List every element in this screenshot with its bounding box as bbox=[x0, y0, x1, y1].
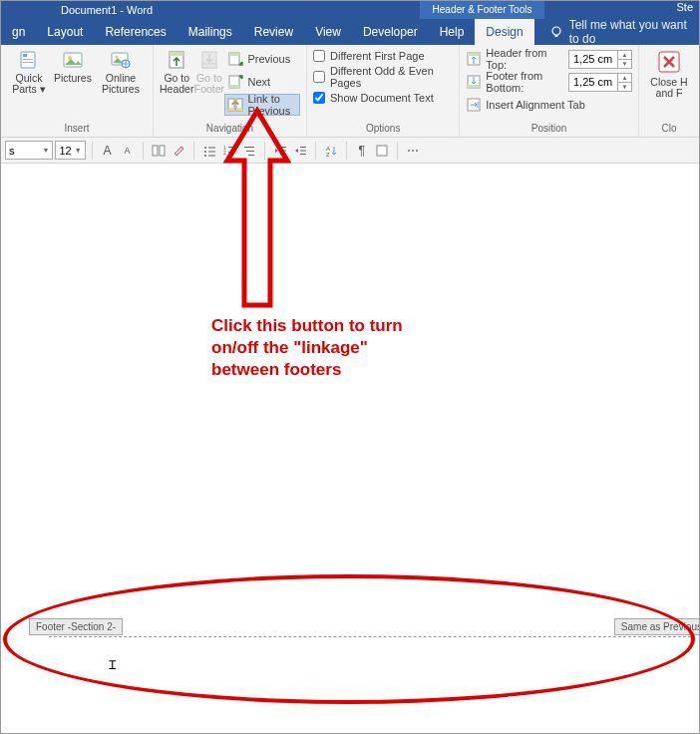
different-first-page-label: Different First Page bbox=[330, 50, 425, 62]
font-select[interactable]: s▼ bbox=[5, 141, 53, 160]
header-from-top-row: Header from Top: ▲▼ bbox=[466, 48, 632, 70]
tell-me[interactable]: Tell me what you want to do bbox=[549, 18, 699, 46]
close-l2: and F bbox=[656, 88, 683, 99]
header-top-icon bbox=[466, 51, 482, 67]
insert-obj-icon[interactable] bbox=[373, 142, 391, 160]
next-button[interactable]: Next bbox=[224, 71, 300, 93]
previous-button[interactable]: Previous bbox=[224, 48, 300, 70]
link-icon bbox=[227, 97, 243, 113]
svg-point-9 bbox=[116, 56, 119, 59]
close-x-icon bbox=[657, 50, 681, 74]
inc-indent-icon[interactable] bbox=[291, 142, 309, 160]
tab-mailings[interactable]: Mailings bbox=[177, 19, 243, 45]
svg-rect-43 bbox=[246, 151, 254, 152]
tab-layout[interactable]: Layout bbox=[36, 19, 94, 45]
spin-up-icon[interactable]: ▲ bbox=[618, 51, 631, 60]
account-name[interactable]: Ste bbox=[676, 1, 693, 13]
previous-label: Previous bbox=[247, 53, 290, 65]
styles-icon[interactable] bbox=[150, 142, 168, 160]
more-icon[interactable]: ⋯ bbox=[404, 142, 422, 160]
svg-rect-26 bbox=[468, 85, 480, 88]
different-first-page-input[interactable] bbox=[313, 50, 325, 62]
show-document-text-checkbox[interactable]: Show Document Text bbox=[313, 92, 453, 104]
svg-rect-31 bbox=[160, 146, 165, 156]
svg-rect-41 bbox=[228, 152, 235, 153]
goto-header-label: Go to Header bbox=[160, 73, 193, 95]
svg-rect-42 bbox=[244, 147, 254, 148]
svg-rect-12 bbox=[170, 52, 183, 56]
svg-rect-48 bbox=[300, 147, 306, 148]
paragraph-icon[interactable]: ¶ bbox=[353, 142, 371, 160]
online-pictures-button[interactable]: Online Pictures bbox=[95, 48, 147, 95]
insert-alignment-tab-button[interactable]: Insert Alignment Tab bbox=[466, 94, 632, 116]
grow-font-icon[interactable]: A bbox=[99, 142, 117, 160]
titlebar: Document1 - Word Header & Footer Tools S… bbox=[1, 1, 699, 19]
previous-icon bbox=[227, 51, 243, 67]
mini-toolbar: s▼ 12▼ A A 12 AZ ¶ ⋯ bbox=[1, 138, 699, 164]
spin-down-icon[interactable]: ▼ bbox=[618, 60, 631, 68]
footer-from-bottom-input[interactable] bbox=[569, 74, 617, 91]
tab-references[interactable]: References bbox=[94, 19, 176, 45]
tab-review[interactable]: Review bbox=[243, 19, 304, 45]
svg-rect-44 bbox=[248, 155, 254, 156]
svg-rect-21 bbox=[228, 108, 234, 111]
svg-rect-47 bbox=[280, 154, 286, 155]
numbering-icon[interactable]: 12 bbox=[220, 142, 238, 160]
shrink-font-icon[interactable]: A bbox=[119, 142, 137, 160]
dec-indent-icon[interactable] bbox=[271, 142, 289, 160]
pictures-button[interactable]: Pictures bbox=[51, 48, 95, 84]
group-options-label: Options bbox=[313, 123, 453, 138]
next-icon bbox=[227, 74, 243, 90]
goto-header-button[interactable]: Go to Header bbox=[160, 48, 193, 95]
ribbon: Quick Parts ▾ Pictures Online Pictures I… bbox=[1, 45, 699, 138]
online-pictures-icon bbox=[111, 50, 131, 70]
svg-rect-24 bbox=[468, 53, 480, 56]
close-header-footer-button[interactable]: Close H and F bbox=[645, 48, 693, 99]
svg-point-34 bbox=[204, 151, 206, 153]
bullets-icon[interactable] bbox=[200, 142, 218, 160]
different-odd-even-label: Different Odd & Even Pages bbox=[330, 65, 453, 89]
annot-l1: Click this button to turn bbox=[211, 315, 403, 337]
spin-up-icon[interactable]: ▲ bbox=[618, 74, 631, 83]
contextual-tab-label: Header & Footer Tools bbox=[420, 1, 544, 19]
link-to-previous-button[interactable]: Link to Previous bbox=[224, 94, 300, 116]
footer-from-bottom-spinner[interactable]: ▲▼ bbox=[568, 73, 632, 92]
different-first-page-checkbox[interactable]: Different First Page bbox=[313, 50, 453, 62]
footer-section-tag: Footer -Section 2- bbox=[29, 618, 123, 635]
document-area[interactable]: Footer -Section 2- Same as Previous Ꮖ Cl… bbox=[1, 164, 699, 733]
tab-developer[interactable]: Developer bbox=[352, 19, 429, 45]
footer-from-bottom-label: Footer from Bottom: bbox=[486, 70, 562, 94]
font-value: s bbox=[9, 145, 15, 157]
goto-footer-button: Go to Footer bbox=[193, 48, 224, 95]
fontsize-select[interactable]: 12▼ bbox=[55, 141, 85, 160]
svg-point-36 bbox=[204, 155, 206, 157]
tab-view[interactable]: View bbox=[304, 19, 352, 45]
same-as-previous-tag: Same as Previous bbox=[614, 618, 700, 635]
header-from-top-spinner[interactable]: ▲▼ bbox=[568, 50, 632, 69]
tab-design-hf[interactable]: Design bbox=[475, 19, 533, 45]
tab-help[interactable]: Help bbox=[429, 19, 476, 45]
svg-rect-18 bbox=[229, 85, 239, 88]
svg-point-0 bbox=[552, 27, 560, 35]
tab-design-partial[interactable]: gn bbox=[1, 19, 36, 45]
svg-rect-5 bbox=[23, 62, 33, 63]
quick-parts-button[interactable]: Quick Parts ▾ bbox=[7, 48, 51, 95]
group-options: Different First Page Different Odd & Eve… bbox=[307, 45, 460, 138]
spin-down-icon[interactable]: ▼ bbox=[618, 83, 631, 91]
show-document-text-input[interactable] bbox=[313, 92, 325, 104]
group-insert: Quick Parts ▾ Pictures Online Pictures I… bbox=[1, 45, 154, 138]
svg-text:2: 2 bbox=[223, 150, 226, 156]
text-cursor-icon: Ꮖ bbox=[109, 658, 117, 672]
header-from-top-input[interactable] bbox=[569, 51, 617, 68]
multilevel-icon[interactable] bbox=[240, 142, 258, 160]
svg-rect-37 bbox=[208, 155, 215, 156]
goto-footer-label: Go to Footer bbox=[193, 73, 224, 95]
group-navigation: Go to Header Go to Footer Previous Next bbox=[154, 45, 307, 138]
insert-alignment-tab-label: Insert Alignment Tab bbox=[486, 99, 584, 111]
different-odd-even-input[interactable] bbox=[313, 71, 325, 83]
sort-icon[interactable]: AZ bbox=[322, 142, 340, 160]
different-odd-even-checkbox[interactable]: Different Odd & Even Pages bbox=[313, 65, 453, 89]
clear-format-icon[interactable] bbox=[170, 142, 187, 160]
page: Footer -Section 2- Same as Previous Ꮖ bbox=[21, 164, 699, 732]
footer-bottom-icon bbox=[466, 74, 482, 90]
